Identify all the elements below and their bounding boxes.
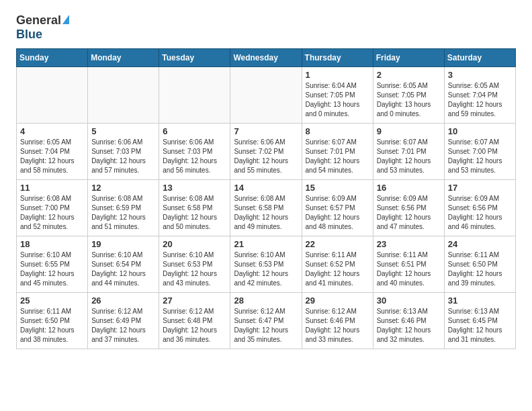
day-info: Sunrise: 6:05 AM Sunset: 7:04 PM Dayligh… <box>448 81 512 119</box>
day-info: Sunrise: 6:09 AM Sunset: 6:56 PM Dayligh… <box>448 194 512 232</box>
day-info: Sunrise: 6:11 AM Sunset: 6:52 PM Dayligh… <box>306 250 369 288</box>
day-info: Sunrise: 6:07 AM Sunset: 7:01 PM Dayligh… <box>377 138 441 175</box>
day-number: 10 <box>448 126 512 136</box>
calendar-header: Sunday Monday Tuesday Wednesday Thursday… <box>17 49 516 67</box>
day-number: 9 <box>377 126 441 136</box>
week-row: 18Sunrise: 6:10 AM Sunset: 6:55 PM Dayli… <box>17 236 516 293</box>
day-number: 15 <box>306 183 369 193</box>
calendar-cell: 16Sunrise: 6:09 AM Sunset: 6:56 PM Dayli… <box>373 180 444 236</box>
week-row: 4Sunrise: 6:05 AM Sunset: 7:04 PM Daylig… <box>17 124 516 180</box>
calendar-cell: 25Sunrise: 6:11 AM Sunset: 6:50 PM Dayli… <box>17 293 88 349</box>
calendar-cell: 12Sunrise: 6:08 AM Sunset: 6:59 PM Dayli… <box>88 180 159 236</box>
week-row: 1Sunrise: 6:04 AM Sunset: 7:05 PM Daylig… <box>17 67 516 124</box>
calendar-cell: 8Sunrise: 6:07 AM Sunset: 7:01 PM Daylig… <box>302 124 373 180</box>
calendar-cell: 19Sunrise: 6:10 AM Sunset: 6:54 PM Dayli… <box>88 236 159 293</box>
day-number: 26 <box>91 295 155 306</box>
calendar-cell: 23Sunrise: 6:11 AM Sunset: 6:51 PM Dayli… <box>373 236 444 293</box>
calendar-cell <box>230 67 302 124</box>
logo-blue-text: Blue <box>16 28 42 42</box>
day-number: 20 <box>163 239 226 249</box>
day-info: Sunrise: 6:06 AM Sunset: 7:03 PM Dayligh… <box>91 138 155 175</box>
logo-general-text: General <box>16 13 69 28</box>
col-friday: Friday <box>373 49 444 67</box>
day-info: Sunrise: 6:11 AM Sunset: 6:50 PM Dayligh… <box>448 250 512 288</box>
day-number: 21 <box>234 239 298 249</box>
calendar-cell <box>88 67 159 124</box>
day-number: 23 <box>377 239 441 249</box>
logo-blue-icon <box>62 15 69 24</box>
calendar-cell: 15Sunrise: 6:09 AM Sunset: 6:57 PM Dayli… <box>302 180 373 236</box>
week-row: 11Sunrise: 6:08 AM Sunset: 7:00 PM Dayli… <box>17 180 516 236</box>
day-info: Sunrise: 6:04 AM Sunset: 7:05 PM Dayligh… <box>306 81 369 119</box>
logo: General Blue <box>16 13 69 42</box>
day-number: 19 <box>91 239 155 249</box>
day-number: 13 <box>163 183 226 193</box>
calendar-cell: 6Sunrise: 6:06 AM Sunset: 7:03 PM Daylig… <box>159 124 230 180</box>
day-number: 8 <box>306 126 369 136</box>
day-info: Sunrise: 6:09 AM Sunset: 6:57 PM Dayligh… <box>306 194 369 232</box>
calendar-cell: 27Sunrise: 6:12 AM Sunset: 6:48 PM Dayli… <box>159 293 230 349</box>
calendar-cell: 30Sunrise: 6:13 AM Sunset: 6:46 PM Dayli… <box>373 293 444 349</box>
day-number: 27 <box>163 295 226 306</box>
day-info: Sunrise: 6:08 AM Sunset: 7:00 PM Dayligh… <box>20 194 84 232</box>
day-info: Sunrise: 6:07 AM Sunset: 7:00 PM Dayligh… <box>448 138 512 175</box>
day-info: Sunrise: 6:08 AM Sunset: 6:58 PM Dayligh… <box>234 194 298 232</box>
calendar-cell: 11Sunrise: 6:08 AM Sunset: 7:00 PM Dayli… <box>17 180 88 236</box>
day-info: Sunrise: 6:12 AM Sunset: 6:49 PM Dayligh… <box>91 307 155 345</box>
day-info: Sunrise: 6:11 AM Sunset: 6:50 PM Dayligh… <box>20 307 84 345</box>
day-number: 18 <box>20 239 84 249</box>
page-container: General Blue Sunday Monday Tuesday Wedne… <box>0 0 532 360</box>
day-number: 17 <box>448 183 512 193</box>
logo-general: General <box>16 13 61 27</box>
day-number: 4 <box>20 126 84 136</box>
day-number: 3 <box>448 70 512 80</box>
calendar-cell: 21Sunrise: 6:10 AM Sunset: 6:53 PM Dayli… <box>230 236 302 293</box>
day-info: Sunrise: 6:08 AM Sunset: 6:59 PM Dayligh… <box>91 194 155 232</box>
day-info: Sunrise: 6:08 AM Sunset: 6:58 PM Dayligh… <box>163 194 226 232</box>
day-number: 28 <box>234 295 298 306</box>
day-number: 1 <box>306 70 369 80</box>
day-number: 24 <box>448 239 512 249</box>
day-number: 5 <box>91 126 155 136</box>
day-info: Sunrise: 6:09 AM Sunset: 6:56 PM Dayligh… <box>377 194 441 232</box>
calendar-cell: 18Sunrise: 6:10 AM Sunset: 6:55 PM Dayli… <box>17 236 88 293</box>
calendar-cell: 31Sunrise: 6:13 AM Sunset: 6:45 PM Dayli… <box>444 293 515 349</box>
calendar-cell <box>17 67 88 124</box>
calendar-cell: 29Sunrise: 6:12 AM Sunset: 6:46 PM Dayli… <box>302 293 373 349</box>
day-number: 14 <box>234 183 298 193</box>
col-thursday: Thursday <box>302 49 373 67</box>
day-info: Sunrise: 6:06 AM Sunset: 7:03 PM Dayligh… <box>163 138 226 175</box>
calendar-cell: 4Sunrise: 6:05 AM Sunset: 7:04 PM Daylig… <box>17 124 88 180</box>
day-info: Sunrise: 6:12 AM Sunset: 6:48 PM Dayligh… <box>163 307 226 345</box>
calendar-cell: 24Sunrise: 6:11 AM Sunset: 6:50 PM Dayli… <box>444 236 515 293</box>
calendar-cell: 20Sunrise: 6:10 AM Sunset: 6:53 PM Dayli… <box>159 236 230 293</box>
calendar-cell: 22Sunrise: 6:11 AM Sunset: 6:52 PM Dayli… <box>302 236 373 293</box>
day-number: 25 <box>20 295 84 306</box>
day-info: Sunrise: 6:06 AM Sunset: 7:02 PM Dayligh… <box>234 138 298 175</box>
day-number: 29 <box>306 295 369 306</box>
calendar-body: 1Sunrise: 6:04 AM Sunset: 7:05 PM Daylig… <box>17 67 516 349</box>
day-info: Sunrise: 6:10 AM Sunset: 6:53 PM Dayligh… <box>163 250 226 288</box>
day-info: Sunrise: 6:10 AM Sunset: 6:55 PM Dayligh… <box>20 250 84 288</box>
calendar-cell: 28Sunrise: 6:12 AM Sunset: 6:47 PM Dayli… <box>230 293 302 349</box>
day-info: Sunrise: 6:13 AM Sunset: 6:45 PM Dayligh… <box>448 307 512 345</box>
calendar-cell: 26Sunrise: 6:12 AM Sunset: 6:49 PM Dayli… <box>88 293 159 349</box>
day-number: 6 <box>163 126 226 136</box>
calendar-cell: 5Sunrise: 6:06 AM Sunset: 7:03 PM Daylig… <box>88 124 159 180</box>
calendar-cell: 1Sunrise: 6:04 AM Sunset: 7:05 PM Daylig… <box>302 67 373 124</box>
day-info: Sunrise: 6:10 AM Sunset: 6:53 PM Dayligh… <box>234 250 298 288</box>
calendar-cell: 2Sunrise: 6:05 AM Sunset: 7:05 PM Daylig… <box>373 67 444 124</box>
day-info: Sunrise: 6:10 AM Sunset: 6:54 PM Dayligh… <box>91 250 155 288</box>
day-info: Sunrise: 6:11 AM Sunset: 6:51 PM Dayligh… <box>377 250 441 288</box>
calendar-cell: 9Sunrise: 6:07 AM Sunset: 7:01 PM Daylig… <box>373 124 444 180</box>
day-info: Sunrise: 6:12 AM Sunset: 6:47 PM Dayligh… <box>234 307 298 345</box>
col-monday: Monday <box>88 49 159 67</box>
day-number: 2 <box>377 70 441 80</box>
day-info: Sunrise: 6:12 AM Sunset: 6:46 PM Dayligh… <box>306 307 369 345</box>
day-number: 16 <box>377 183 441 193</box>
week-row: 25Sunrise: 6:11 AM Sunset: 6:50 PM Dayli… <box>17 293 516 349</box>
day-number: 31 <box>448 295 512 306</box>
header-row: Sunday Monday Tuesday Wednesday Thursday… <box>17 49 516 67</box>
col-wednesday: Wednesday <box>230 49 302 67</box>
day-info: Sunrise: 6:05 AM Sunset: 7:05 PM Dayligh… <box>377 81 441 119</box>
